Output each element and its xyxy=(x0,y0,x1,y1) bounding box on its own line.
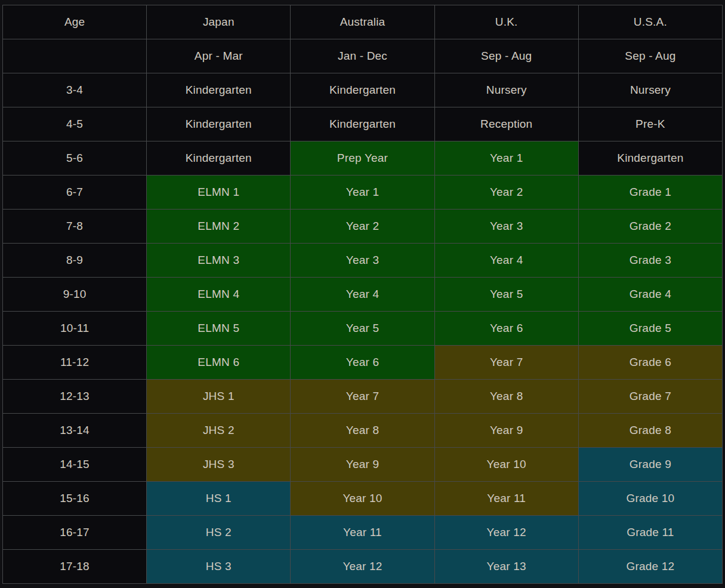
grade-cell-usa: Grade 9 xyxy=(579,448,722,481)
age-cell: 16-17 xyxy=(3,516,146,549)
grade-cell-australia: Kindergarten xyxy=(291,107,434,141)
grade-cell-usa: Grade 1 xyxy=(579,176,722,209)
grade-cell-australia: Year 9 xyxy=(291,448,434,481)
grade-cell-usa: Grade 6 xyxy=(579,346,722,379)
term-cell-uk: Sep - Aug xyxy=(435,39,578,73)
grade-cell-uk: Year 10 xyxy=(435,448,578,481)
grade-cell-japan: ELMN 6 xyxy=(147,346,290,379)
comparison-grid: Age Japan Australia U.K. U.S.A. Apr - Ma… xyxy=(2,5,723,584)
grade-cell-uk: Year 4 xyxy=(435,244,578,277)
grade-cell-uk: Year 6 xyxy=(435,312,578,345)
grade-cell-japan: ELMN 3 xyxy=(147,244,290,277)
age-cell: 14-15 xyxy=(3,448,146,481)
grade-cell-uk: Year 3 xyxy=(435,210,578,243)
grade-cell-uk: Year 2 xyxy=(435,176,578,209)
age-cell: 5-6 xyxy=(3,141,146,175)
age-cell: 10-11 xyxy=(3,312,146,345)
grade-cell-japan: Kindergarten xyxy=(147,141,290,175)
grade-cell-australia: Prep Year xyxy=(291,141,434,175)
column-header-uk: U.K. xyxy=(435,5,578,39)
grade-cell-australia: Year 4 xyxy=(291,278,434,311)
grade-cell-usa: Pre-K xyxy=(579,107,722,141)
grade-cell-japan: JHS 3 xyxy=(147,448,290,481)
grade-cell-usa: Nursery xyxy=(579,73,722,107)
age-cell: 13-14 xyxy=(3,414,146,447)
grade-cell-usa: Kindergarten xyxy=(579,141,722,175)
grade-cell-usa: Grade 12 xyxy=(579,550,722,583)
grade-cell-usa: Grade 10 xyxy=(579,482,722,515)
grade-cell-uk: Year 9 xyxy=(435,414,578,447)
age-cell: 11-12 xyxy=(3,346,146,379)
term-cell-usa: Sep - Aug xyxy=(579,39,722,73)
age-cell: 8-9 xyxy=(3,244,146,277)
grade-cell-australia: Year 3 xyxy=(291,244,434,277)
grade-cell-japan: Kindergarten xyxy=(147,107,290,141)
age-cell: 9-10 xyxy=(3,278,146,311)
grade-cell-japan: ELMN 5 xyxy=(147,312,290,345)
column-header-australia: Australia xyxy=(291,5,434,39)
grade-cell-australia: Year 5 xyxy=(291,312,434,345)
term-cell-japan: Apr - Mar xyxy=(147,39,290,73)
grade-cell-japan: HS 1 xyxy=(147,482,290,515)
grade-cell-uk: Year 11 xyxy=(435,482,578,515)
grade-cell-japan: JHS 1 xyxy=(147,380,290,413)
grade-cell-japan: ELMN 2 xyxy=(147,210,290,243)
grade-cell-japan: HS 2 xyxy=(147,516,290,549)
grade-cell-japan: ELMN 4 xyxy=(147,278,290,311)
age-cell: 6-7 xyxy=(3,176,146,209)
grade-cell-usa: Grade 4 xyxy=(579,278,722,311)
grade-cell-uk: Year 12 xyxy=(435,516,578,549)
term-cell-empty xyxy=(3,39,146,73)
grade-cell-japan: JHS 2 xyxy=(147,414,290,447)
grade-cell-australia: Year 8 xyxy=(291,414,434,447)
grade-cell-australia: Year 1 xyxy=(291,176,434,209)
grade-cell-uk: Year 7 xyxy=(435,346,578,379)
grade-cell-usa: Grade 5 xyxy=(579,312,722,345)
grade-cell-australia: Year 12 xyxy=(291,550,434,583)
school-system-comparison-table: Age Japan Australia U.K. U.S.A. Apr - Ma… xyxy=(2,5,723,584)
grade-cell-australia: Year 6 xyxy=(291,346,434,379)
grade-cell-usa: Grade 7 xyxy=(579,380,722,413)
grade-cell-uk: Year 1 xyxy=(435,141,578,175)
grade-cell-japan: HS 3 xyxy=(147,550,290,583)
column-header-japan: Japan xyxy=(147,5,290,39)
age-cell: 17-18 xyxy=(3,550,146,583)
grade-cell-australia: Year 11 xyxy=(291,516,434,549)
grade-cell-japan: ELMN 1 xyxy=(147,176,290,209)
grade-cell-uk: Nursery xyxy=(435,73,578,107)
age-cell: 4-5 xyxy=(3,107,146,141)
grade-cell-japan: Kindergarten xyxy=(147,73,290,107)
grade-cell-usa: Grade 3 xyxy=(579,244,722,277)
age-cell: 7-8 xyxy=(3,210,146,243)
grade-cell-uk: Year 5 xyxy=(435,278,578,311)
grade-cell-uk: Reception xyxy=(435,107,578,141)
grade-cell-australia: Kindergarten xyxy=(291,73,434,107)
age-cell: 15-16 xyxy=(3,482,146,515)
column-header-age: Age xyxy=(3,5,146,39)
grade-cell-australia: Year 7 xyxy=(291,380,434,413)
column-header-usa: U.S.A. xyxy=(579,5,722,39)
age-cell: 3-4 xyxy=(3,73,146,107)
grade-cell-australia: Year 2 xyxy=(291,210,434,243)
grade-cell-australia: Year 10 xyxy=(291,482,434,515)
grade-cell-uk: Year 8 xyxy=(435,380,578,413)
age-cell: 12-13 xyxy=(3,380,146,413)
grade-cell-usa: Grade 2 xyxy=(579,210,722,243)
grade-cell-uk: Year 13 xyxy=(435,550,578,583)
grade-cell-usa: Grade 11 xyxy=(579,516,722,549)
term-cell-australia: Jan - Dec xyxy=(291,39,434,73)
grade-cell-usa: Grade 8 xyxy=(579,414,722,447)
